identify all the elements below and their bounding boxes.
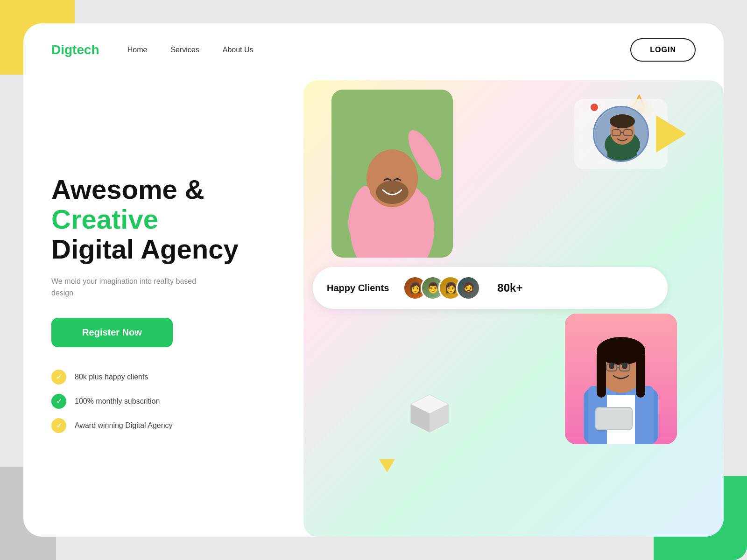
feature-text-2: 100% monthly subscrition	[75, 397, 160, 406]
feature-text-1: 80k plus happy clients	[75, 373, 148, 381]
nav-link-services[interactable]: Services	[170, 46, 199, 54]
nav-links: Home Services About Us	[127, 46, 254, 54]
recording-dot	[589, 102, 599, 112]
nav-item-services[interactable]: Services	[170, 46, 199, 54]
register-button[interactable]: Register Now	[51, 318, 173, 347]
main-person-card	[331, 90, 453, 258]
main-card: Digtech Home Services About Us LOGIN Awe…	[23, 23, 724, 537]
login-button[interactable]: LOGIN	[630, 38, 696, 62]
svg-rect-32	[636, 351, 645, 398]
clients-label: Happy Clients	[327, 283, 389, 294]
svg-point-14	[610, 114, 635, 128]
headline-line3: Digital Agency	[51, 234, 275, 264]
headline-line1: Awesome &	[51, 175, 275, 204]
clients-count: 80k+	[497, 281, 522, 294]
hero-headline: Awesome & Creative Digital Agency	[51, 175, 275, 264]
svg-point-7	[376, 181, 409, 204]
logo[interactable]: Digtech	[51, 42, 99, 57]
avatar-wrapper	[593, 106, 649, 162]
hero-left: Awesome & Creative Digital Agency We mol…	[51, 80, 275, 518]
happy-clients-card: Happy Clients 👩 👨 👩 🧔 80k+	[313, 267, 668, 309]
clients-avatar-stack: 👩 👨 👩 🧔	[403, 276, 480, 300]
feature-item-2: ✓ 100% monthly subscrition	[51, 394, 275, 409]
content-area: Awesome & Creative Digital Agency We mol…	[23, 71, 724, 537]
client-avatar-4: 🧔	[456, 276, 480, 300]
nav-link-about[interactable]: About Us	[223, 46, 254, 54]
nav-item-about[interactable]: About Us	[223, 46, 254, 54]
check-icon-1: ✓	[51, 370, 66, 385]
feature-list: ✓ 80k plus happy clients ✓ 100% monthly …	[51, 370, 275, 433]
feature-item-1: ✓ 80k plus happy clients	[51, 370, 275, 385]
svg-marker-2	[379, 459, 395, 472]
bottom-person-card	[565, 314, 677, 444]
check-icon-3: ✓	[51, 418, 66, 433]
nav-item-home[interactable]: Home	[127, 46, 148, 54]
svg-rect-31	[597, 351, 606, 398]
video-avatar	[593, 106, 649, 162]
svg-rect-39	[596, 408, 632, 429]
nav-link-home[interactable]: Home	[127, 46, 148, 54]
svg-point-37	[622, 363, 627, 369]
cube-3d-decoration	[406, 390, 453, 439]
check-icon-2: ✓	[51, 394, 66, 409]
navbar: Digtech Home Services About Us LOGIN	[23, 23, 724, 71]
svg-point-36	[609, 363, 614, 369]
feature-item-3: ✓ Award winning Digital Agency	[51, 418, 275, 433]
hero-right: Happy Clients 👩 👨 👩 🧔 80k+	[303, 80, 696, 518]
feature-text-3: Award winning Digital Agency	[75, 421, 173, 430]
play-triangle-icon	[656, 115, 686, 153]
headline-line2: Creative	[51, 204, 275, 234]
hero-subtitle: We mold your imagination into reality ba…	[51, 275, 201, 299]
video-call-card	[574, 99, 668, 169]
yellow-small-triangle-decoration	[378, 458, 396, 476]
